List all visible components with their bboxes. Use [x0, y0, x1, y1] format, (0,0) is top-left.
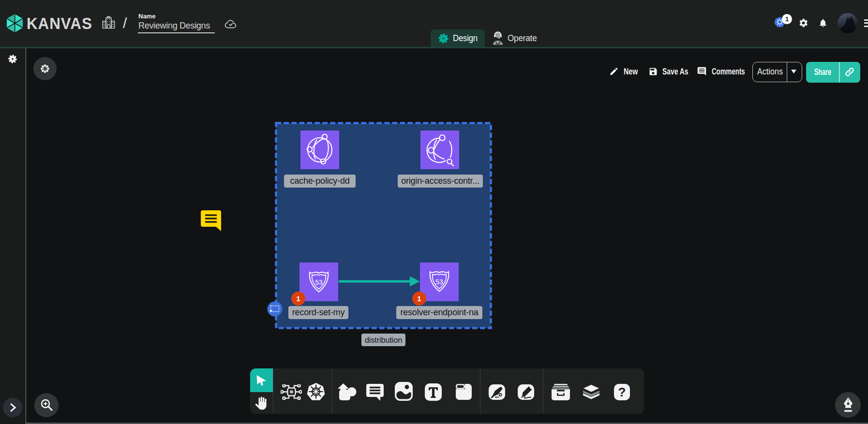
svg-text:?: ? [618, 385, 626, 399]
svg-text:53: 53 [315, 278, 323, 286]
svg-text:53: 53 [435, 278, 443, 286]
